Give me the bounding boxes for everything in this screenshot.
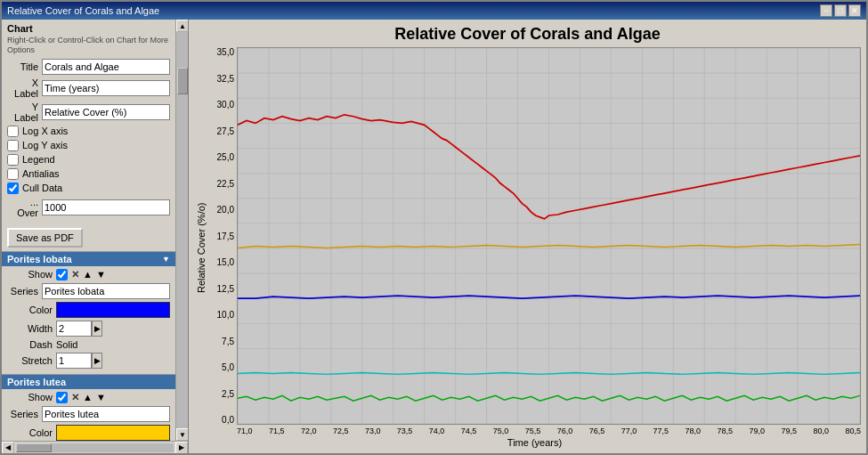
scroll-thumb[interactable] [177,68,188,94]
series1-down-button[interactable]: ▼ [96,269,106,280]
legend-checkbox[interactable] [7,154,19,166]
ylabel-label: Y Label [7,102,42,123]
series1-width-label: Width [7,323,56,334]
main-content: Chart Right-Click or Control-Click on Ch… [2,20,866,453]
series1-width-up[interactable]: ▶ [92,321,102,337]
xtick-785: 78,5 [718,427,734,435]
ylabel-input[interactable] [42,104,170,120]
over-input[interactable] [42,199,170,215]
xtick-755: 75,5 [525,427,541,435]
sidebar-scrollbar: ▲ ▼ [175,20,188,441]
xtick-800: 80,0 [813,427,829,435]
sidebar-inner: Chart Right-Click or Control-Click on Ch… [2,20,175,441]
x-axis-label: Time (years) [208,437,861,448]
ytick-35: 35,0 [208,47,234,57]
series1-dash-row: Dash Solid [7,339,170,350]
hscroll-left-arrow[interactable]: ◀ [2,442,14,454]
series1-x-button[interactable]: ✕ [71,269,79,280]
logx-label: Log X axis [22,126,68,136]
xtick-760: 76,0 [557,427,573,435]
series1-stretch-label: Stretch [7,355,56,366]
minimize-button[interactable]: − [820,4,832,17]
series2-show-row: Show ✕ ▲ ▼ [7,392,170,403]
series1-dash-value: Solid [56,339,77,350]
series2-header: Porites lutea [2,375,175,389]
series1-show-checkbox[interactable] [56,269,68,280]
logx-checkbox[interactable] [7,126,19,137]
close-button[interactable]: ✕ [848,4,861,17]
xtick-790: 79,0 [750,427,766,435]
ytick-175: 17,5 [208,232,234,241]
series1-stretch-up[interactable]: ▶ [92,353,102,369]
ytick-10: 10,0 [208,310,234,320]
xtick-710: 71,0 [237,427,253,435]
series1-stretch-row: Stretch ▶ [7,353,170,369]
series1-name-input[interactable] [42,283,170,299]
series2-name-input[interactable] [42,406,170,422]
xtick-795: 79,5 [781,427,797,435]
title-label: Title [7,61,42,72]
series1-title: Porites lobata [7,254,72,264]
series2-color-swatch[interactable] [56,425,170,441]
title-bar-buttons: − □ ✕ [820,4,861,17]
xlabel-input[interactable] [42,80,170,96]
xtick-780: 78,0 [685,427,702,435]
series1-header: Porites lobata ▼ [2,252,175,266]
series1-name-row: Series [7,283,170,299]
ylabel-row: Y Label [7,102,170,123]
series2-x-button[interactable]: ✕ [71,392,79,403]
chart-plot[interactable] [237,47,861,425]
sidebar-hscrollbar: ◀ ▶ [2,441,188,453]
hscroll-right-arrow[interactable]: ▶ [175,442,188,454]
y-ticks: 35,0 32,5 30,0 27,5 25,0 22,5 20,0 17,5 … [208,47,237,425]
series1-width-row: Width ▶ [7,321,170,337]
hscroll-thumb[interactable] [16,443,52,452]
series2-color-label: Color [7,427,56,438]
antialias-checkbox[interactable] [7,168,19,180]
ytick-25: 25,0 [208,152,234,162]
series1-width-controls: ▶ [56,321,102,337]
logy-checkbox[interactable] [7,140,19,151]
xlabel-label: X Label [7,77,42,99]
series1-body: Show ✕ ▲ ▼ Series [2,266,175,374]
over-row: ... Over [7,197,170,218]
series2-title: Porites lutea [7,377,66,387]
main-window: Relative Cover of Corals and Algae − □ ✕… [0,0,868,455]
series1-up-button[interactable]: ▲ [83,269,93,280]
series2-show-checkbox[interactable] [56,392,68,403]
chart-inner: 35,0 32,5 30,0 27,5 25,0 22,5 20,0 17,5 … [208,47,861,448]
series1-color-swatch[interactable] [56,302,170,318]
chart-svg [238,48,860,424]
series1-color-label: Color [7,305,56,315]
series2-color-row: Color [7,425,170,441]
series2-up-button[interactable]: ▲ [83,392,93,402]
chart-with-yticks: 35,0 32,5 30,0 27,5 25,0 22,5 20,0 17,5 … [208,47,861,425]
series2-down-button[interactable]: ▼ [96,392,106,402]
culldata-checkbox[interactable] [7,183,19,194]
ytick-5: 5,0 [208,362,234,372]
save-pdf-button[interactable]: Save as PDF [7,228,83,248]
window-title: Relative Cover of Corals and Algae [7,5,159,16]
hint-text: Right-Click or Control-Click on Chart fo… [7,36,170,55]
ytick-125: 12,5 [208,284,234,294]
xtick-775: 77,5 [653,427,669,435]
hscroll-track [16,443,174,452]
series1-scroll-indicator[interactable]: ▼ [162,255,170,264]
ytick-25b: 2,5 [208,389,234,399]
series1-width-input[interactable] [56,321,92,337]
scroll-down-arrow[interactable]: ▼ [176,428,188,441]
logy-row: Log Y axis [7,140,170,151]
scroll-up-arrow[interactable]: ▲ [176,20,188,32]
title-input[interactable] [42,59,170,75]
series2-panel: Porites lutea Show ✕ ▲ ▼ [2,374,175,441]
series1-stretch-input[interactable] [56,353,92,369]
culldata-row: Cull Data [7,183,170,194]
series1-show-controls: ✕ ▲ ▼ [56,269,106,280]
chart-section-title: Chart [7,23,170,34]
legend-label: Legend [22,154,55,165]
ytick-75: 7,5 [208,337,234,346]
maximize-button[interactable]: □ [834,4,847,17]
xtick-805: 80,5 [845,427,861,435]
xtick-720: 72,0 [301,427,317,435]
legend-row: Legend [7,154,170,166]
